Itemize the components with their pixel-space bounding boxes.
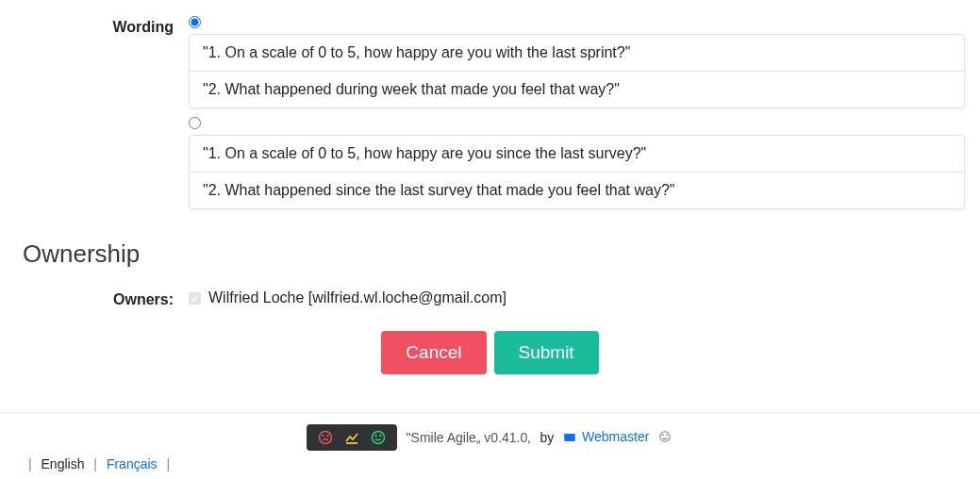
webmaster-text: Webmaster: [582, 429, 649, 444]
lang-english[interactable]: English: [42, 456, 85, 471]
svg-point-3: [372, 432, 384, 444]
envelope-icon: [563, 431, 578, 446]
wording-option-2: "1. On a scale of 0 to 5, how happy are …: [189, 116, 965, 209]
footer-logo: [307, 424, 397, 451]
footer-app-name: "Smile Agile„ v0.41.0‚: [407, 430, 531, 445]
svg-point-4: [375, 436, 376, 437]
svg-point-1: [323, 436, 324, 437]
lang-francais[interactable]: Français: [107, 456, 158, 471]
svg-point-6: [660, 432, 671, 442]
wording-label: Wording: [0, 15, 189, 36]
list-item: "1. On a scale of 0 to 5, how happy are …: [190, 35, 964, 72]
sad-face-icon: [318, 430, 333, 445]
owner-name: Wilfried Loche [wilfried.wl.loche@gmail.…: [208, 289, 507, 306]
svg-point-5: [380, 436, 381, 437]
footer: "Smile Agile„ v0.41.0‚ by Webmaster | En…: [0, 412, 980, 479]
ownership-heading: Ownership: [0, 240, 980, 269]
wording-radio-2[interactable]: [189, 117, 201, 129]
list-item: "1. On a scale of 0 to 5, how happy are …: [190, 136, 964, 173]
wording-option-1-list: "1. On a scale of 0 to 5, how happy are …: [189, 34, 965, 108]
wording-option-1: "1. On a scale of 0 to 5, how happy are …: [189, 15, 965, 108]
svg-point-7: [663, 435, 664, 436]
happy-face-icon: [371, 430, 386, 445]
submit-button[interactable]: Submit: [494, 331, 599, 374]
svg-point-2: [327, 436, 328, 437]
svg-point-8: [667, 435, 668, 436]
list-item: "2. What happened since the last survey …: [190, 173, 964, 208]
wording-radio-1[interactable]: [189, 16, 201, 28]
webmaster-link[interactable]: Webmaster: [563, 429, 649, 445]
owner-checkbox: [189, 292, 201, 305]
footer-by-text: by: [540, 430, 554, 445]
cancel-button[interactable]: Cancel: [381, 331, 486, 374]
gray-face-icon: [658, 430, 673, 445]
wording-option-2-list: "1. On a scale of 0 to 5, how happy are …: [189, 135, 965, 209]
owners-label: Owners:: [0, 288, 189, 308]
svg-point-0: [319, 432, 331, 444]
footer-languages: | English | Français |: [0, 456, 980, 471]
chart-icon: [344, 430, 359, 445]
list-item: "2. What happened during week that made …: [190, 72, 964, 107]
